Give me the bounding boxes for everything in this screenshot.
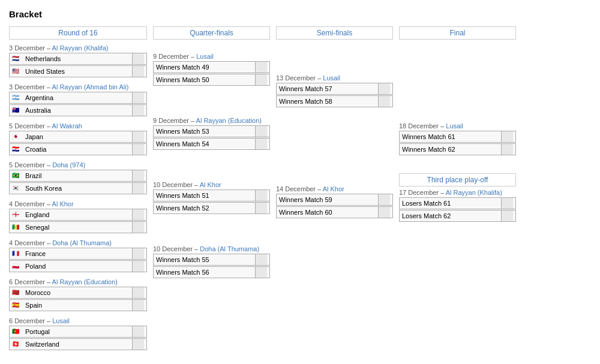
final-score-61 — [501, 131, 513, 142]
qf-match-55: Winners Match 55 — [156, 256, 255, 263]
qf-match-3: 10 December – Al Khor Winners Match 51 W… — [153, 181, 270, 214]
third-place-row: Losers Match 61 — [399, 197, 516, 209]
header-qf: Quarter-finals — [153, 26, 270, 40]
qf-score-51 — [255, 190, 267, 201]
third-place-section: Third place play-off 17 December – Al Ra… — [399, 173, 516, 222]
venue-link-1[interactable]: Al Rayyan (Khalifa) — [52, 44, 109, 52]
flag-croatia: 🇭🇷 — [12, 146, 23, 153]
r16-team-row: 🇧🇷 Brazil — [9, 170, 147, 182]
r16-team-row: 🇦🇺 Australia — [9, 104, 147, 116]
qf-score-53 — [255, 126, 267, 137]
score-netherlands — [132, 53, 144, 64]
third-place-venue-link[interactable]: Al Rayyan (Khalifa) — [446, 189, 502, 196]
sf-venue-2: 14 December – Al Khor — [276, 185, 393, 192]
score-poland — [132, 261, 144, 272]
venue-link-4[interactable]: Doha (974) — [52, 161, 85, 169]
sf-score-60 — [378, 207, 390, 218]
sf-score-57 — [378, 83, 390, 94]
qf-score-56 — [255, 267, 267, 278]
r16-venue-5: 4 December – Al Khor — [9, 200, 147, 207]
final-match-61: Winners Match 61 — [402, 133, 501, 140]
venue-link-2[interactable]: Al Rayyan (Ahmad bin Ali) — [52, 83, 129, 91]
r16-team-row: 🇯🇵 Japan — [9, 131, 147, 143]
score-senegal — [132, 222, 144, 233]
qf-match-50: Winners Match 50 — [156, 76, 255, 83]
venue-link-8[interactable]: Lusail — [52, 317, 70, 324]
qf-venue-link-2[interactable]: Al Rayyan (Education) — [196, 117, 262, 124]
team-japan: Japan — [25, 133, 132, 140]
page-title: Bracket — [9, 9, 591, 19]
qf-row: Winners Match 56 — [153, 266, 270, 278]
sf-column: 13 December – Lusail Winners Match 57 Wi… — [276, 44, 393, 218]
qf-row: Winners Match 49 — [153, 61, 270, 73]
qf-score-54 — [255, 139, 267, 149]
bracket-body: 3 December – Al Rayyan (Khalifa) 🇳🇱 Neth… — [9, 44, 591, 353]
r16-team-row: 🏴󠁧󠁢󠁥󠁮󠁧󠁿 England — [9, 209, 147, 221]
bracket-header: Round of 16 Quarter-finals Semi-finals F… — [9, 26, 591, 40]
sf-venue-link-1[interactable]: Lusail — [323, 74, 340, 82]
final-match: 18 December – Lusail Winners Match 61 Wi… — [399, 122, 516, 155]
score-australia — [132, 105, 144, 116]
flag-senegal: 🇸🇳 — [12, 224, 23, 231]
qf-row: Winners Match 53 — [153, 125, 270, 137]
r16-venue-1: 3 December – Al Rayyan (Khalifa) — [9, 44, 147, 52]
header-f: Final — [399, 26, 516, 40]
venue-link-3[interactable]: Al Wakrah — [52, 122, 82, 130]
third-place-header: Third place play-off — [399, 173, 516, 186]
r16-team-row: 🇵🇱 Poland — [9, 260, 147, 272]
score-southkorea — [132, 183, 144, 194]
qf-venue-4: 10 December – Doha (Al Thumama) — [153, 245, 270, 252]
qf-match-52: Winners Match 52 — [156, 204, 255, 212]
qf-venue-link-3[interactable]: Al Khor — [200, 181, 221, 188]
venue-link-7[interactable]: Al Rayyan (Education) — [52, 278, 118, 285]
losers-match-61: Losers Match 61 — [402, 200, 501, 207]
qf-row: Winners Match 50 — [153, 74, 270, 86]
r16-team-row: 🇸🇳 Senegal — [9, 221, 147, 233]
sf-row: Winners Match 57 — [276, 83, 393, 95]
r16-team-row: 🇰🇷 South Korea — [9, 182, 147, 194]
venue-link-5[interactable]: Al Khor — [52, 200, 74, 207]
qf-row: Winners Match 55 — [153, 254, 270, 266]
team-england: England — [25, 211, 132, 218]
flag-spain: 🇪🇸 — [12, 302, 23, 309]
sf-row: Winners Match 59 — [276, 194, 393, 206]
qf-row: Winners Match 52 — [153, 202, 270, 214]
r16-match-7: 6 December – Al Rayyan (Education) 🇲🇦 Mo… — [9, 278, 147, 311]
qf-venue-2: 9 December – Al Rayyan (Education) — [153, 117, 270, 124]
score-france — [132, 248, 144, 259]
venue-link-6[interactable]: Doha (Al Thumama) — [52, 239, 112, 246]
final-row: Winners Match 62 — [399, 143, 516, 155]
score-morocco — [132, 287, 144, 298]
r16-venue-3: 5 December – Al Wakrah — [9, 122, 147, 130]
r16-match-8: 6 December – Lusail 🇵🇹 Portugal 🇨🇭 Switz… — [9, 317, 147, 350]
final-row: Winners Match 61 — [399, 131, 516, 143]
score-japan — [132, 131, 144, 142]
final-venue-link[interactable]: Lusail — [446, 122, 463, 130]
r16-team-row: 🇲🇦 Morocco — [9, 287, 147, 299]
score-switzerland — [132, 339, 144, 350]
qf-match-54: Winners Match 54 — [156, 140, 255, 148]
qf-match-1: 9 December – Lusail Winners Match 49 Win… — [153, 53, 270, 86]
flag-australia: 🇦🇺 — [12, 107, 23, 114]
team-france: France — [25, 250, 132, 257]
team-switzerland: Switzerland — [25, 341, 132, 348]
qf-match-51: Winners Match 51 — [156, 192, 255, 199]
final-score-62 — [501, 144, 513, 155]
r16-team-row: 🇺🇸 United States — [9, 65, 147, 77]
sf-venue-link-2[interactable]: Al Khor — [323, 185, 344, 192]
flag-southkorea: 🇰🇷 — [12, 185, 23, 192]
losers-score-62 — [501, 210, 513, 221]
qf-venue-link-1[interactable]: Lusail — [196, 53, 214, 60]
final-venue: 18 December – Lusail — [399, 122, 516, 130]
losers-score-61 — [501, 198, 513, 209]
r16-team-row: 🇪🇸 Spain — [9, 299, 147, 311]
r16-match-3: 5 December – Al Wakrah 🇯🇵 Japan 🇭🇷 Croat… — [9, 122, 147, 155]
qf-venue-link-4[interactable]: Doha (Al Thumama) — [200, 245, 259, 252]
sf-score-59 — [378, 194, 390, 205]
r16-team-row: 🇵🇹 Portugal — [9, 326, 147, 338]
r16-team-row: 🇦🇷 Argentina — [9, 92, 147, 104]
r16-venue-2: 3 December – Al Rayyan (Ahmad bin Ali) — [9, 83, 147, 91]
team-morocco: Morocco — [25, 289, 132, 296]
third-place-row: Losers Match 62 — [399, 210, 516, 222]
sf-row: Winners Match 60 — [276, 206, 393, 218]
